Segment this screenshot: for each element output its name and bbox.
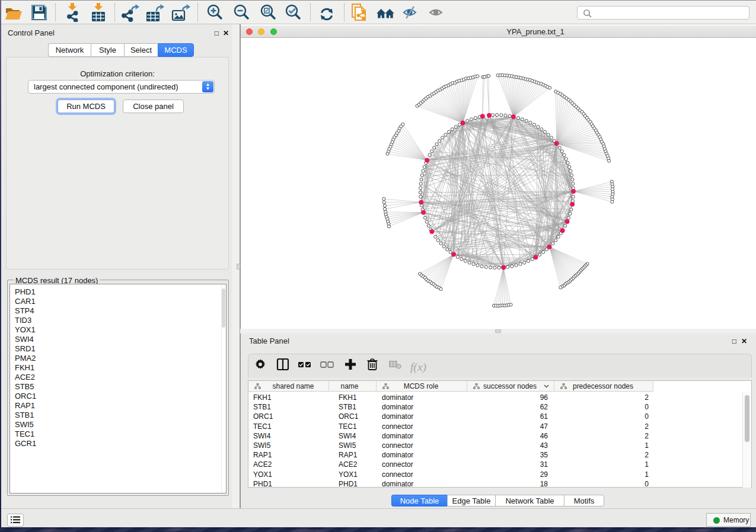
- svg-text:f(x): f(x): [410, 361, 426, 374]
